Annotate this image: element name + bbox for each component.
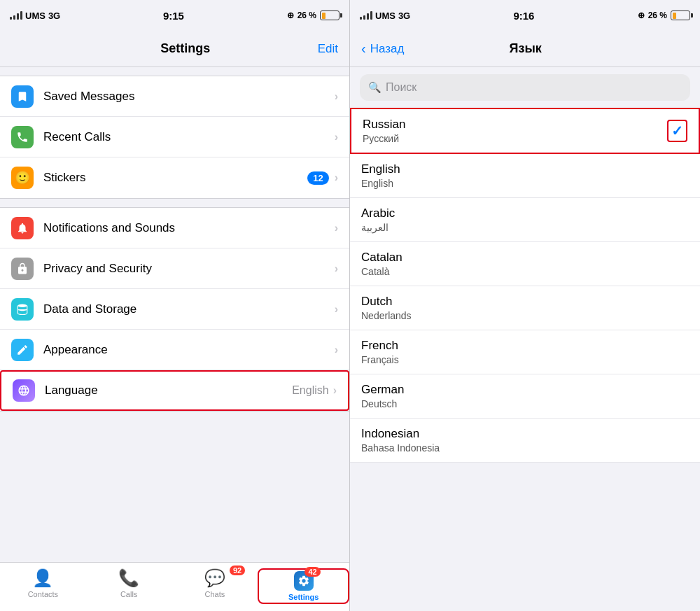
tab-settings[interactable]: 42 Settings (258, 568, 349, 604)
search-icon: 🔍 (368, 81, 382, 94)
chevron-icon: › (335, 262, 338, 275)
language-label: Language (45, 384, 292, 398)
language-item-french[interactable]: French Français (350, 330, 700, 374)
tab-calls[interactable]: 📞 Calls (86, 568, 172, 598)
language-names-indonesian: Indonesian Bahasa Indonesia (361, 427, 440, 454)
chevron-icon: › (335, 131, 338, 143)
settings-item-notifications[interactable]: Notifications and Sounds › (0, 208, 349, 248)
edit-button[interactable]: Edit (318, 42, 338, 56)
chevron-icon: › (335, 90, 338, 103)
settings-item-appearance[interactable]: Appearance › (0, 330, 349, 370)
language-name-english: English (361, 162, 400, 176)
location-icon: ⊕ (287, 10, 294, 20)
group-1-container: Saved Messages › Recent Calls › 🙂 St (0, 76, 349, 199)
recent-calls-label: Recent Calls (43, 130, 335, 144)
settings-item-recent-calls[interactable]: Recent Calls › (0, 117, 349, 157)
language-item-english[interactable]: English English (350, 154, 700, 198)
language-native-french: Français (361, 354, 399, 365)
settings-item-data-storage[interactable]: Data and Storage › (0, 289, 349, 330)
language-name-russian: Russian (363, 118, 405, 132)
carrier-label: UMS (25, 10, 46, 21)
calls-tab-icon: 📞 (118, 568, 139, 588)
settings-item-stickers[interactable]: 🙂 Stickers 12 › (0, 157, 349, 198)
carrier-label-right: UMS (375, 10, 396, 21)
language-checkmark-russian: ✓ (667, 120, 687, 142)
language-item-dutch[interactable]: Dutch Nederlands (350, 286, 700, 330)
time-right: 9:16 (513, 10, 534, 22)
time-left: 9:15 (163, 10, 184, 22)
network-label: 3G (48, 10, 60, 21)
settings-group-1: Saved Messages › Recent Calls › 🙂 St (0, 76, 349, 199)
nav-bar-left: Settings Edit (0, 31, 349, 67)
settings-group-2: Notifications and Sounds › Privacy and S… (0, 207, 349, 412)
language-item-arabic[interactable]: Arabic العربية (350, 198, 700, 242)
data-storage-label: Data and Storage (43, 302, 335, 316)
chevron-icon: › (333, 384, 337, 397)
appearance-label: Appearance (43, 343, 335, 357)
tab-bar-left: 👤 Contacts 📞 Calls 💬 92 Chats 42 Setting… (0, 562, 349, 611)
stickers-badge: 12 (307, 171, 328, 185)
back-chevron-icon: ‹ (361, 41, 366, 57)
svg-point-0 (18, 304, 27, 307)
language-name-arabic: Arabic (361, 206, 395, 220)
battery-icon-right (671, 10, 690, 20)
group-2-container: Notifications and Sounds › Privacy and S… (0, 207, 349, 412)
language-icon (13, 379, 35, 402)
right-status-right: ⊕ 26 % (638, 10, 690, 20)
back-label: Назад (370, 42, 405, 56)
language-names-german: German Deutsch (361, 383, 404, 409)
signal-icon (10, 11, 22, 20)
language-item-catalan[interactable]: Catalan Català (350, 242, 700, 286)
battery-icon-left (320, 10, 340, 20)
chevron-icon: › (335, 303, 338, 316)
stickers-label: Stickers (43, 171, 307, 185)
recent-calls-icon (11, 126, 34, 148)
language-item-german[interactable]: German Deutsch (350, 374, 700, 419)
language-native-dutch: Nederlands (361, 310, 412, 321)
right-panel: UMS 3G 9:16 ⊕ 26 % ‹ Назад Язык 🔍 Поиск … (350, 0, 700, 611)
search-bar[interactable]: 🔍 Поиск (360, 74, 690, 101)
stickers-icon: 🙂 (11, 167, 34, 189)
language-names-catalan: Catalan Català (361, 251, 402, 277)
nav-bar-right: ‹ Назад Язык (350, 31, 700, 67)
language-item-russian[interactable]: Russian Русский ✓ (350, 108, 700, 154)
language-native-english: English (361, 178, 400, 189)
privacy-label: Privacy and Security (43, 262, 335, 276)
chevron-icon: › (335, 222, 338, 234)
settings-item-saved-messages[interactable]: Saved Messages › (0, 76, 349, 117)
settings-item-language[interactable]: Language English › (0, 370, 349, 411)
language-native-german: Deutsch (361, 398, 404, 409)
language-names-russian: Russian Русский (363, 118, 405, 144)
search-placeholder: Поиск (386, 81, 416, 94)
chevron-icon: › (335, 344, 338, 356)
language-names-arabic: Arabic العربية (361, 206, 395, 233)
saved-messages-label: Saved Messages (43, 90, 335, 104)
language-item-indonesian[interactable]: Indonesian Bahasa Indonesia (350, 419, 700, 463)
language-native-russian: Русский (363, 133, 405, 144)
language-list: Russian Русский ✓ English English Arabic… (350, 108, 700, 611)
language-name-indonesian: Indonesian (361, 427, 440, 441)
carrier-info-right: UMS 3G (360, 10, 410, 21)
language-names-dutch: Dutch Nederlands (361, 295, 412, 321)
language-names-french: French Français (361, 339, 399, 365)
language-name-french: French (361, 339, 399, 353)
chevron-icon: › (335, 171, 338, 184)
notifications-icon (11, 217, 34, 239)
location-icon-right: ⊕ (638, 10, 645, 20)
tab-contacts[interactable]: 👤 Contacts (0, 568, 86, 598)
settings-list: Saved Messages › Recent Calls › 🙂 St (0, 67, 349, 562)
language-names-english: English English (361, 162, 400, 189)
settings-item-privacy[interactable]: Privacy and Security › (0, 248, 349, 289)
chats-tab-icon: 💬 (204, 568, 225, 588)
right-status-left: ⊕ 26 % (287, 10, 340, 20)
language-value: English (292, 384, 328, 397)
back-button[interactable]: ‹ Назад (361, 41, 404, 57)
signal-icon-right (360, 11, 372, 20)
chats-tab-label: Chats (205, 590, 225, 598)
settings-tab-label: Settings (288, 593, 318, 601)
language-name-dutch: Dutch (361, 295, 412, 309)
status-bar-right: UMS 3G 9:16 ⊕ 26 % (350, 0, 700, 31)
tab-chats[interactable]: 💬 92 Chats (172, 568, 258, 598)
language-native-indonesian: Bahasa Indonesia (361, 442, 440, 454)
saved-messages-icon (11, 85, 34, 108)
